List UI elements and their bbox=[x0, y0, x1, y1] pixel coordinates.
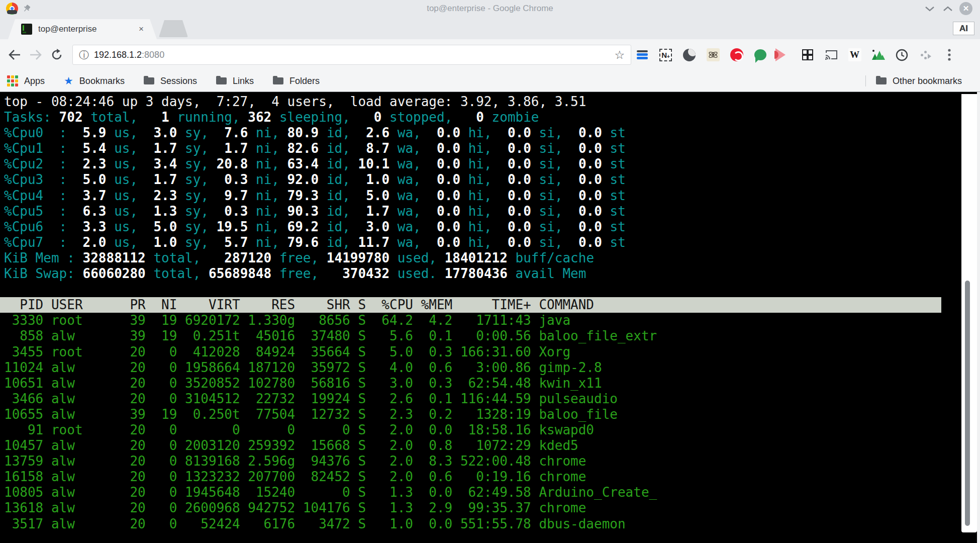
ai-overlay-badge[interactable]: AI bbox=[953, 22, 974, 35]
dark-moon-extension-icon[interactable] bbox=[682, 48, 696, 62]
terminal-line: Tasks: 702 total, 1 running, 362 sleepin… bbox=[0, 110, 941, 125]
capture-extension-icon[interactable]: N+ bbox=[659, 48, 672, 62]
tab-top-enterprise[interactable]: top@enterprise × bbox=[8, 19, 157, 39]
navigation-toolbar: ⓘ 192.168.1.2:8080 ☆ N+ W bbox=[0, 39, 980, 70]
process-row: 3517 alw 20 0 52424 6176 3472 S 1.0 0.0 … bbox=[0, 516, 941, 532]
reload-button[interactable] bbox=[46, 44, 67, 65]
folder-icon bbox=[216, 77, 227, 84]
bookmark-label: Other bookmarks bbox=[893, 76, 962, 86]
tab-title: top@enterprise bbox=[38, 24, 135, 34]
scrollbar-track[interactable] bbox=[961, 94, 977, 532]
process-row: 10651 alw 20 0 3520852 102780 56816 S 3.… bbox=[0, 376, 941, 391]
bookmarks-item-other[interactable]: Other bookmarks bbox=[876, 76, 962, 86]
maximize-button[interactable] bbox=[939, 2, 957, 15]
browser-menu-icon[interactable] bbox=[942, 48, 956, 62]
terminal-line: %Cpu1 : 5.4 us, 1.7 sy, 1.7 ni, 82.6 id,… bbox=[0, 141, 941, 156]
star-icon: ★ bbox=[64, 75, 73, 87]
terminal-line: %Cpu5 : 6.3 us, 1.3 sy, 0.3 ni, 90.3 id,… bbox=[0, 204, 941, 219]
url-port: :8080 bbox=[142, 50, 164, 60]
bookmark-star-icon[interactable]: ☆ bbox=[614, 48, 625, 62]
process-row: 858 alw 39 19 0.251t 45016 37480 S 5.6 0… bbox=[0, 328, 941, 344]
terminal-line: %Cpu4 : 3.7 us, 2.3 sy, 9.7 ni, 79.3 id,… bbox=[0, 188, 941, 204]
bookmark-label: Folders bbox=[289, 76, 320, 86]
bookmarks-bar: Apps ★ Bookmarks Sessions Links Folders … bbox=[0, 70, 980, 92]
apps-grid-icon bbox=[7, 75, 18, 86]
process-row: 10457 alw 20 0 2003120 259392 15668 S 2.… bbox=[0, 438, 941, 454]
process-row: 16158 alw 20 0 1323232 207700 82452 S 2.… bbox=[0, 469, 941, 485]
process-row: 13759 alw 20 0 8139168 2.596g 94376 S 2.… bbox=[0, 454, 941, 469]
web-terminal[interactable]: top - 08:24:46 up 3 days, 7:27, 4 users,… bbox=[0, 92, 980, 543]
terminal-line: %Cpu3 : 5.0 us, 1.7 sy, 0.3 ni, 92.0 id,… bbox=[0, 172, 941, 188]
folder-icon bbox=[144, 77, 154, 84]
tab-strip: top@enterprise × AI bbox=[0, 17, 980, 39]
close-button[interactable]: ✕ bbox=[957, 2, 975, 15]
folder-icon bbox=[876, 77, 887, 84]
back-button[interactable] bbox=[4, 44, 25, 65]
play-extension-icon[interactable] bbox=[777, 48, 791, 62]
terminal-text: top - 08:24:46 up 3 days, 7:27, 4 users,… bbox=[0, 94, 941, 532]
bookmark-label: Bookmarks bbox=[79, 76, 125, 86]
terminal-line bbox=[0, 282, 941, 297]
minimize-button[interactable] bbox=[921, 2, 939, 15]
process-row: 3466 alw 20 0 3104512 22732 19924 S 2.6 … bbox=[0, 391, 941, 407]
terminal-line: %Cpu0 : 5.9 us, 3.0 sy, 7.6 ni, 80.9 id,… bbox=[0, 125, 941, 141]
scrollbar-thumb[interactable] bbox=[965, 281, 970, 526]
forward-button[interactable] bbox=[25, 44, 46, 65]
close-icon: ✕ bbox=[959, 2, 972, 15]
bookmark-label: Apps bbox=[24, 76, 45, 86]
terminal-line: top - 08:24:46 up 3 days, 7:27, 4 users,… bbox=[0, 94, 941, 110]
browser-window: top@enterprise - Google Chrome ✕ top@ent… bbox=[0, 0, 980, 543]
process-row: 3455 root 20 0 412028 84924 35664 S 5.0 … bbox=[0, 344, 941, 360]
process-row: 3330 root 39 19 6920172 1.330g 8656 S 64… bbox=[0, 313, 941, 328]
authy-extension-icon[interactable] bbox=[730, 48, 743, 62]
process-row: 11024 alw 20 0 1958664 187120 35972 S 4.… bbox=[0, 360, 941, 376]
onetab-extension-icon[interactable] bbox=[635, 48, 649, 62]
bookmark-label: Sessions bbox=[160, 76, 197, 86]
scrollbar-gutter bbox=[977, 92, 980, 543]
terminal-line: %Cpu7 : 2.0 us, 1.0 sy, 5.7 ni, 79.6 id,… bbox=[0, 235, 941, 250]
process-table-header: PID USER PR NI VIRT RES SHR S %CPU %MEM … bbox=[0, 297, 941, 313]
terminal-line: %Cpu6 : 3.3 us, 5.0 sy, 19.5 ni, 69.2 id… bbox=[0, 219, 941, 235]
bookmarks-item-apps[interactable]: Apps bbox=[7, 75, 45, 86]
atom-extension-icon[interactable] bbox=[706, 48, 720, 62]
wikipedia-extension-icon[interactable]: W bbox=[848, 48, 861, 62]
green-peaks-extension-icon[interactable] bbox=[871, 48, 885, 62]
process-row: 10805 alw 20 0 1945648 15240 0 S 1.3 0.0… bbox=[0, 485, 941, 500]
process-row: 91 root 20 0 0 0 0 S 2.0 0.0 18:58.16 ks… bbox=[0, 422, 941, 438]
cast-icon[interactable] bbox=[824, 48, 838, 62]
terminal-line: KiB Mem : 32888112 total, 287120 free, 1… bbox=[0, 250, 941, 266]
bookmark-label: Links bbox=[233, 76, 254, 86]
page-info-icon[interactable]: ⓘ bbox=[79, 48, 89, 62]
bookmarks-item-links[interactable]: Links bbox=[216, 76, 254, 86]
extension-row: N+ W bbox=[635, 48, 956, 62]
process-row: 13618 alw 20 0 2600968 942752 104176 S 1… bbox=[0, 500, 941, 516]
tab-blank[interactable] bbox=[159, 20, 188, 37]
title-bar: top@enterprise - Google Chrome ✕ bbox=[0, 0, 980, 17]
address-bar[interactable]: ⓘ 192.168.1.2:8080 ☆ bbox=[72, 45, 631, 65]
tab-close-icon[interactable]: × bbox=[139, 24, 144, 34]
window-title: top@enterprise - Google Chrome bbox=[0, 0, 980, 17]
dotted-session-icon[interactable] bbox=[919, 48, 932, 62]
url-text[interactable]: 192.168.1.2:8080 bbox=[94, 50, 614, 60]
terminal-line: KiB Swap: 66060280 total, 65689848 free,… bbox=[0, 266, 941, 282]
process-row: 10655 alw 39 19 0.250t 77504 12732 S 2.3… bbox=[0, 407, 941, 422]
table-grid-extension-icon[interactable] bbox=[801, 48, 814, 62]
history-clock-icon[interactable] bbox=[895, 48, 909, 62]
bookmarks-item-sessions[interactable]: Sessions bbox=[144, 76, 197, 86]
bookmarks-item-folders[interactable]: Folders bbox=[273, 76, 320, 86]
bookmarks-separator bbox=[865, 75, 866, 86]
folder-icon bbox=[273, 77, 283, 84]
bookmarks-item-bookmarks[interactable]: ★ Bookmarks bbox=[64, 75, 125, 87]
terminal-favicon bbox=[21, 24, 32, 35]
speech-bubble-extension-icon[interactable] bbox=[753, 48, 767, 62]
terminal-line: %Cpu2 : 2.3 us, 3.4 sy, 20.8 ni, 63.4 id… bbox=[0, 156, 941, 172]
